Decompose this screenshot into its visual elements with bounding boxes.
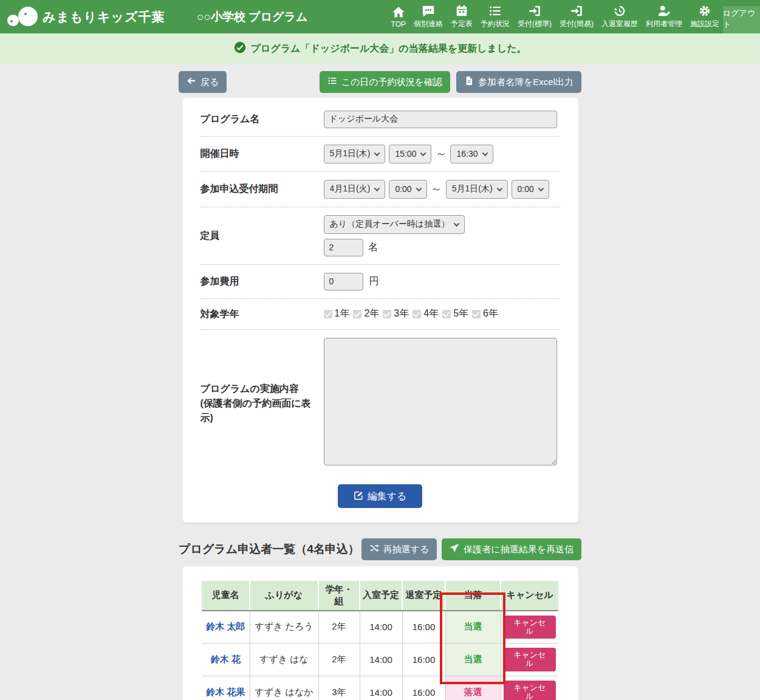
header-exit: 退室予定 xyxy=(402,581,445,611)
edit-pencil-icon xyxy=(354,490,363,503)
tilde-separator: ～ xyxy=(435,146,447,162)
form-row-description: プログラムの実施内容 (保護者側の予約画面に表示) xyxy=(200,330,560,473)
success-banner: プログラム「ドッジボール大会」の当落結果を更新しました。 xyxy=(0,33,760,64)
nav-item-nyutaishitsu-rireki[interactable]: 入退室履歴 xyxy=(601,4,638,29)
schedule-date-select[interactable]: 5月1日(木) xyxy=(324,145,386,163)
entry-cell: 14:00 xyxy=(360,643,402,676)
nav-item-shisetsu-settei[interactable]: 施設設定 xyxy=(690,4,719,29)
check-circle-icon xyxy=(234,41,246,56)
result-badge: 当選 xyxy=(445,611,501,643)
period-end-time-select[interactable]: 0:00 xyxy=(512,180,549,199)
program-name-label: プログラム名 xyxy=(200,112,324,126)
description-label: プログラムの実施内容 (保護者側の予約画面に表示) xyxy=(200,338,324,425)
checkbox-checked-icon xyxy=(472,310,481,318)
top-navbar: みまもりキッズ千葉 ○○小学校 プログラム TOP 個別連絡 予定表 予約状況 … xyxy=(0,0,760,33)
result-badge: 落選 xyxy=(445,676,501,700)
form-row-capacity: 定員 あり（定員オーバー時は抽選） 名 xyxy=(200,207,560,265)
capacity-input[interactable] xyxy=(324,239,363,256)
file-excel-icon xyxy=(464,76,474,88)
cancel-button[interactable]: キャンセル xyxy=(504,648,556,671)
checkbox-checked-icon xyxy=(383,310,391,318)
exit-cell: 16:00 xyxy=(402,676,445,700)
period-start-time-select[interactable]: 0:00 xyxy=(389,180,426,199)
program-detail-card: プログラム名 開催日時 5月1日(木) 15:00 ～ 16:30 参加申込受付… xyxy=(182,98,578,523)
header-result: 当落 xyxy=(445,581,501,611)
fee-input[interactable] xyxy=(324,273,363,290)
period-start-date-select[interactable]: 4月1日(火) xyxy=(324,180,386,199)
checkbox-checked-icon xyxy=(442,310,451,318)
entry-cell: 14:00 xyxy=(360,611,402,643)
fee-label: 参加費用 xyxy=(200,274,324,289)
nav-item-yoyaku-jokyo[interactable]: 予約状況 xyxy=(481,4,510,29)
nav-item-riyosha-kanri[interactable]: 利用者管理 xyxy=(646,4,682,29)
period-end-date-select[interactable]: 5月1日(木) xyxy=(446,180,508,199)
chevron-down-icon xyxy=(496,185,502,191)
excel-export-button[interactable]: 参加者名簿をExcel出力 xyxy=(456,71,581,93)
check-reservations-button[interactable]: この日の予約状況を確認 xyxy=(320,71,450,93)
grades-label: 対象学年 xyxy=(200,307,324,321)
schedule-start-time-select[interactable]: 15:00 xyxy=(389,145,431,163)
exit-cell: 16:00 xyxy=(402,643,445,676)
table-row: 鈴木 花果 すずき はなか 3年 14:00 16:00 落選 キャンセル xyxy=(202,676,558,700)
grade-checkbox-2[interactable]: 2年 xyxy=(353,307,379,320)
cancel-cell: キャンセル xyxy=(501,676,558,700)
back-button[interactable]: 戻る xyxy=(179,71,227,93)
list-icon xyxy=(327,76,337,88)
cancel-cell: キャンセル xyxy=(501,643,558,676)
user-edit-icon xyxy=(657,4,671,18)
grade-checkbox-1[interactable]: 1年 xyxy=(324,307,350,320)
shuffle-icon xyxy=(369,543,379,555)
chevron-down-icon xyxy=(374,185,380,191)
header-kana: ふりがな xyxy=(250,581,318,611)
logout-button[interactable]: ログアウト xyxy=(723,6,760,33)
cancel-button[interactable]: キャンセル xyxy=(504,681,556,700)
logo-text: みまもりキッズ千葉 xyxy=(43,9,165,26)
grade-checkbox-3[interactable]: 3年 xyxy=(383,307,409,320)
calendar-icon xyxy=(455,4,468,18)
success-message: プログラム「ドッジボール大会」の当落結果を更新しました。 xyxy=(251,43,527,55)
relottery-button[interactable]: 再抽選する xyxy=(361,538,437,560)
exit-cell: 16:00 xyxy=(402,611,445,643)
snail-logo-icon xyxy=(6,4,39,30)
table-header-row: 児童名 ふりがな 学年・組 入室予定 退室予定 当落 キャンセル xyxy=(202,581,558,611)
history-icon xyxy=(613,4,626,18)
child-name-link[interactable]: 鈴木 花 xyxy=(211,654,241,664)
checkbox-checked-icon xyxy=(324,310,332,318)
checkbox-checked-icon xyxy=(413,310,421,318)
gear-icon xyxy=(698,4,711,18)
resend-results-button[interactable]: 保護者に抽選結果を再送信 xyxy=(442,538,581,560)
header-grade: 学年・組 xyxy=(318,581,360,611)
description-textarea[interactable] xyxy=(324,338,557,465)
nav-item-top[interactable]: TOP xyxy=(391,5,406,29)
child-name-link[interactable]: 鈴木 太郎 xyxy=(206,621,245,631)
child-name-link[interactable]: 鈴木 花果 xyxy=(206,687,245,697)
nav-item-kobetsu-renraku[interactable]: 個別連絡 xyxy=(414,4,443,29)
cancel-button[interactable]: キャンセル xyxy=(504,616,556,639)
edit-program-button[interactable]: 編集する xyxy=(338,484,423,509)
grade-checkbox-4[interactable]: 4年 xyxy=(413,307,439,320)
sign-in-icon xyxy=(528,4,541,18)
list-icon xyxy=(488,4,502,18)
grade-cell: 3年 xyxy=(318,676,360,700)
form-row-schedule: 開催日時 5月1日(木) 15:00 ～ 16:30 xyxy=(200,137,560,172)
schedule-end-time-select[interactable]: 16:30 xyxy=(450,145,493,163)
fee-unit: 円 xyxy=(369,275,379,288)
form-row-fee: 参加費用 円 xyxy=(200,265,560,299)
app-logo[interactable]: みまもりキッズ千葉 xyxy=(6,4,188,30)
page-title: ○○小学校 プログラム xyxy=(197,9,307,25)
capacity-unit: 名 xyxy=(369,241,378,254)
nav-item-uketsuke-kani[interactable]: 受付(簡易) xyxy=(560,4,594,29)
grade-checkbox-6[interactable]: 6年 xyxy=(472,307,498,320)
capacity-mode-select[interactable]: あり（定員オーバー時は抽選） xyxy=(324,215,465,234)
chevron-down-icon xyxy=(374,150,380,156)
applicants-heading: プログラム申込者一覧（4名申込） xyxy=(179,541,360,557)
grade-checkbox-5[interactable]: 5年 xyxy=(442,307,468,320)
program-name-input[interactable] xyxy=(324,111,557,128)
nav-item-yoteihyo[interactable]: 予定表 xyxy=(451,4,473,29)
toolbar: 戻る この日の予約状況を確認 参加者名簿をExcel出力 xyxy=(179,71,581,93)
paper-plane-icon xyxy=(450,543,459,555)
nav-item-uketsuke-hyojun[interactable]: 受付(標準) xyxy=(518,4,552,29)
form-row-grades: 対象学年 1年 2年 3年 4年 5年 6年 xyxy=(200,299,560,330)
comment-icon xyxy=(422,4,435,18)
kana-cell: すずき はな xyxy=(250,643,318,676)
